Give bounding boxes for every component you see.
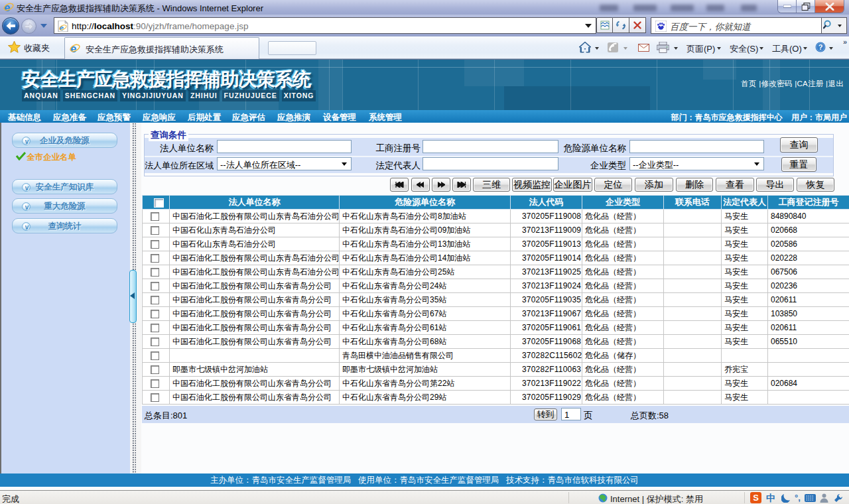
svg-text:?: ? xyxy=(818,43,823,51)
svg-text:e: e xyxy=(60,24,64,32)
